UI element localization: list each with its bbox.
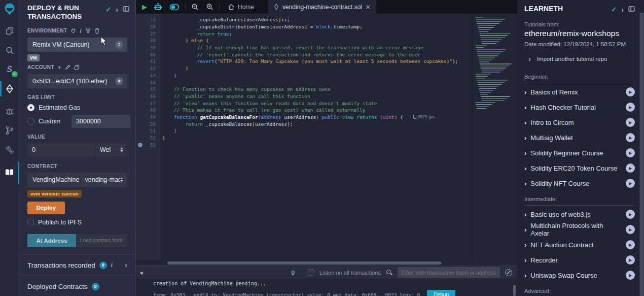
remix-logo-icon[interactable] xyxy=(0,4,19,16)
line-number[interactable]: 42 xyxy=(136,65,160,72)
contract-select[interactable]: VendingMachine - vending-machin xyxy=(27,173,127,187)
line-number[interactable]: 50 xyxy=(136,120,160,127)
tutorial-item[interactable]: ›NFT Auction Contract▶ xyxy=(524,237,635,252)
debugger-icon[interactable] xyxy=(0,105,19,117)
line-number[interactable]: 49 xyxy=(136,114,160,121)
deployed-contracts-row[interactable]: Deployed Contracts 0 xyxy=(19,276,135,296)
file-explorer-icon[interactable] xyxy=(0,25,19,37)
play-tutorial-button[interactable]: ▶ xyxy=(626,163,635,173)
custom-gas-input[interactable] xyxy=(71,115,130,128)
delete-state-icon[interactable] xyxy=(94,28,100,34)
tutorial-item[interactable]: ›Uniswap Swap Course▶ xyxy=(524,268,635,283)
line-number[interactable]: 44 xyxy=(136,79,160,86)
deploy-button[interactable]: Deploy xyxy=(27,202,65,214)
line-number[interactable]: 43 xyxy=(136,72,160,79)
expand-terminal-icon[interactable]: ›› xyxy=(138,272,146,274)
tutorial-item[interactable]: ›Solidity ERC20 Token Course▶ xyxy=(524,160,635,176)
transaction-summary-row[interactable]: from: 0x5B3...eddC4 to: VendingMachine.(… xyxy=(153,290,517,296)
custom-gas-radio[interactable] xyxy=(27,118,34,125)
terminal-filter-input[interactable] xyxy=(398,267,500,278)
line-number[interactable]: 48 xyxy=(136,107,160,114)
zoom-in-icon[interactable] xyxy=(206,3,213,11)
learneth-plugin-icon[interactable] xyxy=(0,166,19,178)
code-line[interactable]: // 'revert' cancels the transaction and … xyxy=(162,51,472,58)
tutorial-item[interactable]: ›Recorder▶ xyxy=(524,252,635,268)
deploy-and-run-icon[interactable] xyxy=(0,83,19,95)
solidity-compiler-icon[interactable]: S ✓ xyxy=(0,63,19,76)
line-number[interactable]: 39 xyxy=(136,44,160,51)
panel-scroll-thumb[interactable] xyxy=(640,13,643,296)
line-number[interactable]: 51 xyxy=(136,127,160,135)
code-line[interactable]: _cupcakeBalances[userAddress]++; xyxy=(162,16,472,23)
code-line[interactable]: } xyxy=(162,127,472,135)
close-tab-icon[interactable]: ✕ xyxy=(366,4,371,11)
line-number[interactable]: 41 xyxy=(136,58,160,65)
at-address-input[interactable] xyxy=(76,234,127,247)
code-line[interactable]: _cupcakeDistributionTimes[userAddress] =… xyxy=(162,23,472,30)
copy-address-icon[interactable] xyxy=(74,64,80,70)
line-number[interactable]: 38 xyxy=(136,37,160,44)
home-tab[interactable]: Home xyxy=(222,0,260,14)
code-line[interactable]: function getCupcakeBalanceFor(address us… xyxy=(162,114,472,121)
add-account-icon[interactable]: + xyxy=(58,64,61,71)
code-editor[interactable]: 35363738394041424344454647484950515253 _… xyxy=(136,14,517,260)
line-number[interactable]: 47 xyxy=(136,100,160,107)
play-tutorial-button[interactable]: ▶ xyxy=(626,179,635,188)
estimated-gas-radio[interactable] xyxy=(27,104,34,111)
code-line[interactable]: // 'view' means this function only reads… xyxy=(162,100,472,107)
terminal-log[interactable]: creation of VendingMachine pending... fr… xyxy=(136,279,517,296)
breakpoint-dot[interactable] xyxy=(138,143,142,147)
at-address-button[interactable]: At Address xyxy=(27,234,76,247)
line-number[interactable]: 40 xyxy=(136,51,160,58)
play-tutorial-button[interactable]: ▶ xyxy=(626,87,635,96)
code-line[interactable]: } xyxy=(162,65,472,72)
active-file-tab[interactable]: vending-machine-contract.sol ✕ xyxy=(268,0,376,14)
code-line[interactable]: } xyxy=(162,135,472,142)
ai-toggle-icon[interactable] xyxy=(169,4,180,11)
panel-scrollbar[interactable] xyxy=(639,13,644,296)
play-tutorial-button[interactable]: ▶ xyxy=(626,240,635,249)
minimap[interactable] xyxy=(472,14,517,260)
line-number[interactable]: 35 xyxy=(136,16,160,23)
code-lines[interactable]: _cupcakeBalances[userAddress]++; _cupcak… xyxy=(160,14,472,260)
listen-all-checkbox[interactable] xyxy=(308,269,314,276)
play-tutorial-button[interactable]: ▶ xyxy=(626,255,635,265)
clear-terminal-icon[interactable] xyxy=(505,269,512,276)
transactions-recorded-row[interactable]: Transactions recorded 0 i › xyxy=(19,254,135,276)
tutorial-item[interactable]: ›Multisig Wallet▶ xyxy=(524,130,635,145)
play-tutorial-button[interactable]: ▶ xyxy=(626,271,635,280)
settings-icon[interactable] xyxy=(0,144,19,156)
line-number[interactable]: 45 xyxy=(136,86,160,93)
transactions-info-icon[interactable]: i xyxy=(111,262,113,268)
code-line[interactable]: // 'public' means anyone can call this f… xyxy=(162,93,472,100)
line-number[interactable]: 52 xyxy=(136,135,160,142)
tutorial-item[interactable]: ›Basics of Remix▶ xyxy=(524,84,635,100)
git-icon[interactable] xyxy=(0,124,19,137)
fork-state-icon[interactable] xyxy=(85,28,91,34)
tutorial-item[interactable]: ›Solidity Beginner Course▶ xyxy=(524,145,635,160)
account-select[interactable]: 0x5B3...eddC4 (100 ether) xyxy=(27,74,127,88)
play-tutorial-button[interactable]: ▶ xyxy=(626,210,635,219)
line-number[interactable]: 36 xyxy=(136,23,160,30)
pin-panel-icon[interactable] xyxy=(123,6,129,13)
environment-info-icon[interactable]: i xyxy=(80,28,81,34)
code-line[interactable]: // Function to check how many cupcakes a… xyxy=(162,86,472,93)
play-tutorial-button[interactable]: ▶ xyxy=(626,148,635,157)
play-tutorial-button[interactable]: ▶ xyxy=(626,103,635,112)
remix-ai-robot-icon[interactable] xyxy=(154,3,162,11)
line-number[interactable]: 46 xyxy=(136,93,160,100)
environment-select[interactable]: Remix VM (Cancun) xyxy=(27,38,127,52)
code-line[interactable]: } else { xyxy=(162,37,472,44)
gutter[interactable]: 35363738394041424344454647484950515253 xyxy=(136,14,160,260)
import-repo-row[interactable]: › Import another tutorial repo xyxy=(528,55,635,62)
publish-ipfs-checkbox[interactable] xyxy=(27,219,34,225)
code-line[interactable]: } xyxy=(162,72,472,79)
tutorial-item[interactable]: ›Intro to Circom▶ xyxy=(524,115,635,130)
code-line[interactable] xyxy=(162,79,472,86)
tutorial-item[interactable]: ›Basic use of web3.js▶ xyxy=(524,207,635,222)
terminal-search-icon[interactable] xyxy=(386,269,392,276)
play-tutorial-button[interactable]: ▶ xyxy=(626,133,635,142)
pin-panel-icon[interactable] xyxy=(628,6,635,13)
play-tutorial-button[interactable]: ▶ xyxy=(626,118,635,127)
chevron-right-icon[interactable]: › xyxy=(125,261,127,269)
